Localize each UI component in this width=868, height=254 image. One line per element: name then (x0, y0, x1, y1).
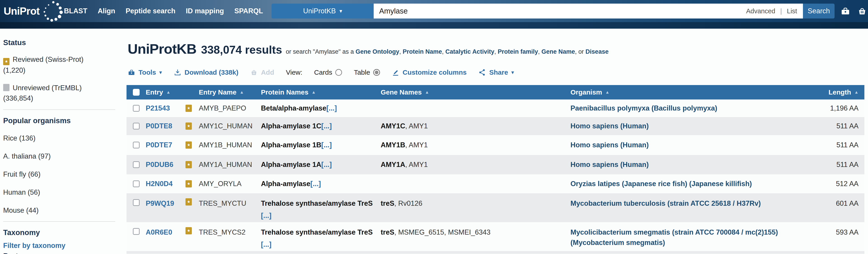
suffix-separator: , (538, 48, 541, 55)
tools-menu-button[interactable]: Tools ▾ (128, 69, 162, 76)
suffix-link-2[interactable]: Catalytic Activity (445, 48, 494, 55)
add-to-basket-button[interactable]: Add (250, 69, 274, 76)
popular-organism-item[interactable]: A. thaliana (97) (3, 151, 121, 161)
sort-asc-icon: ▲ (605, 90, 610, 95)
status-facet-item[interactable]: ★Reviewed (Swiss-Prot) (1,220) (3, 55, 94, 76)
protein-names-expand-link[interactable]: [...] (261, 211, 381, 221)
entry-name-header-label: Entry Name (199, 88, 237, 96)
search-button[interactable]: Search (803, 4, 835, 19)
filter-by-taxonomy-link[interactable]: Filter by taxonomy (3, 242, 121, 250)
row-checkbox[interactable] (133, 161, 140, 168)
entry-link[interactable]: P0DTE8 (146, 122, 172, 130)
column-header-organism[interactable]: Organism ▲ (570, 88, 813, 96)
entry-link[interactable]: H2N0D4 (146, 180, 173, 188)
suffix-link-disease[interactable]: Disease (586, 48, 609, 55)
organism-link[interactable]: Oryzias latipes (Japanese rice fish) (Ja… (570, 179, 813, 189)
entry-link[interactable]: P0DTE7 (146, 141, 172, 149)
search-input-wrap: Advanced | List (374, 4, 803, 19)
organism-link[interactable]: Homo sapiens (Human) (570, 140, 813, 150)
entry-link[interactable]: A0R6E0 (146, 228, 172, 236)
protein-names-expand-link[interactable]: [...] (321, 122, 332, 130)
table-radio[interactable] (373, 69, 380, 76)
cards-radio[interactable] (335, 69, 342, 76)
row-checkbox[interactable] (133, 142, 140, 148)
protein-names-expand-link[interactable]: [...] (326, 104, 337, 112)
view-table-option[interactable]: Table (354, 69, 380, 76)
length-value: 511 AA (836, 160, 859, 169)
entry-cell: A0R6E0 (146, 222, 184, 238)
organism-link[interactable]: Mycolicibacterium smegmatis (strain ATCC… (570, 227, 813, 248)
organism-link[interactable]: Paenibacillus polymyxa (Bacillus polymyx… (570, 103, 813, 113)
search-input[interactable] (374, 4, 746, 19)
column-header-entry-name[interactable]: Entry Name ▲ (199, 88, 261, 96)
suffix-link-4[interactable]: Gene Name (541, 48, 575, 55)
column-header-gene-names[interactable]: Gene Names ▲ (381, 88, 570, 96)
column-header-entry[interactable]: Entry ▲ (146, 88, 184, 96)
organism-cell: Homo sapiens (Human) (570, 159, 813, 170)
column-header-length[interactable]: Length ▲ (813, 88, 864, 96)
length-cell: 511 AA (813, 121, 864, 131)
protein-names-expand-link[interactable]: [...] (321, 160, 332, 169)
sidebar-divider (3, 221, 115, 222)
taxonomy-heading: Taxonomy (3, 228, 121, 237)
protein-names-expand-link[interactable]: [...] (261, 239, 381, 250)
entry-link[interactable]: P21543 (146, 104, 170, 112)
gene-names-header-label: Gene Names (381, 88, 422, 96)
status-facet-item[interactable]: Unreviewed (TrEMBL) (336,854) (3, 83, 94, 104)
basket-icon[interactable] (857, 6, 867, 16)
entry-name-cell: TRES_MYCTU (199, 193, 261, 209)
nav-link-2[interactable]: Peptide search (126, 7, 176, 15)
protein-names-expand-link[interactable]: [...] (321, 141, 332, 149)
protein-name: Trehalose synthase/amylase TreS (261, 199, 373, 207)
organism-link[interactable]: Mycobacterium tuberculosis (strain ATCC … (570, 198, 813, 209)
popular-organism-item[interactable]: Human (56) (3, 187, 121, 197)
protein-names-cell: Alpha-amylase 1C[...] (261, 121, 381, 131)
entry-cell: P0DUB6 (146, 159, 184, 170)
view-cards-option[interactable]: Cards (314, 69, 342, 76)
protein-names-expand-link[interactable]: [...] (310, 180, 321, 188)
popular-organism-item[interactable]: Rice (136) (3, 133, 121, 143)
sort-asc-icon: ▲ (240, 90, 244, 95)
advanced-search-link[interactable]: Advanced (746, 7, 775, 15)
entry-name: TRES_MYCS2 (199, 228, 246, 236)
nav-link-1[interactable]: Align (98, 7, 115, 15)
row-checkbox-cell (126, 193, 146, 206)
entry-link[interactable]: P9WQ19 (146, 199, 174, 207)
nav-link-3[interactable]: ID mapping (186, 7, 224, 15)
nav-link-0[interactable]: BLAST (64, 7, 87, 15)
entry-header-label: Entry (146, 88, 163, 96)
row-checkbox[interactable] (133, 180, 140, 187)
protein-name: Trehalose synthase/amylase TreS (261, 228, 373, 236)
download-button[interactable]: Download (338k) (174, 69, 238, 76)
table-row: A0R6E0★TRES_MYCS2Trehalose synthase/amyl… (126, 222, 864, 251)
popular-organism-item[interactable]: Fruit fly (66) (3, 170, 121, 179)
row-checkbox[interactable] (133, 199, 140, 206)
popular-organism-item[interactable]: Mouse (44) (3, 206, 121, 215)
row-checkbox[interactable] (133, 228, 140, 235)
customize-columns-label: Customize columns (403, 69, 467, 76)
search-scope-dropdown[interactable]: UniProtKB ▾ (272, 4, 374, 19)
suffix-link-0[interactable]: Gene Ontology (355, 48, 399, 55)
list-link[interactable]: List (787, 7, 797, 15)
row-checkbox[interactable] (133, 123, 140, 130)
suffix-link-1[interactable]: Protein Name (403, 48, 442, 55)
gene-name-primary: treS (381, 228, 394, 236)
row-checkbox-cell (126, 105, 146, 112)
customize-columns-button[interactable]: Customize columns (392, 69, 467, 76)
row-checkbox[interactable] (133, 105, 140, 112)
organism-link[interactable]: Homo sapiens (Human) (570, 159, 813, 170)
protein-name: Alpha-amylase 1B (261, 141, 321, 149)
select-all-checkbox[interactable] (133, 89, 140, 96)
organism-header-label: Organism (570, 88, 602, 96)
suffix-link-3[interactable]: Protein family (498, 48, 538, 55)
search-as-suffix: or search "Amylase" as a Gene Ontology, … (286, 48, 609, 55)
organism-link[interactable]: Homo sapiens (Human) (570, 121, 813, 131)
share-menu-button[interactable]: Share ▾ (478, 69, 514, 76)
toolbox-icon[interactable] (840, 6, 850, 16)
entry-link[interactable]: P0DUB6 (146, 160, 173, 169)
column-header-protein-names[interactable]: Protein Names ▲ (261, 88, 381, 96)
status-items: ★Reviewed (Swiss-Prot) (1,220)Unreviewed… (3, 55, 121, 104)
uniprot-logo[interactable]: UniProt (4, 0, 60, 22)
length-value: 1,196 AA (830, 104, 859, 112)
nav-link-4[interactable]: SPARQL (234, 7, 263, 15)
